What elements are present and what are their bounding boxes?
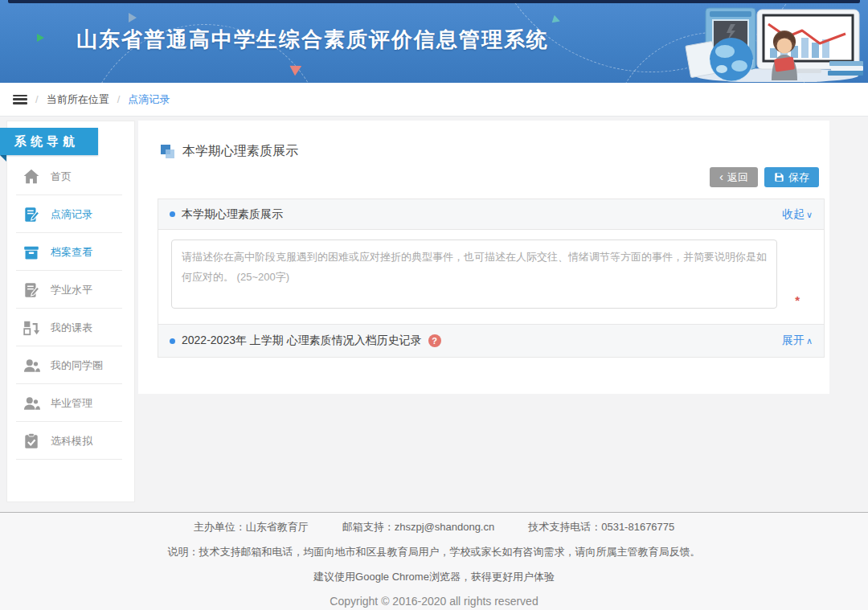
panel-title: 本学期心理素质展示 xyxy=(182,207,283,222)
breadcrumb-current[interactable]: 点滴记录 xyxy=(128,92,170,107)
sidebar-item-records[interactable]: 点滴记录 xyxy=(6,195,135,233)
breadcrumb-label: 当前所在位置 xyxy=(47,92,109,107)
home-icon xyxy=(23,168,40,186)
footer-copyright: Copyright © 2016-2020 all rights reserve… xyxy=(330,595,538,608)
sidebar-item-label: 学业水平 xyxy=(51,283,92,297)
sidebar-item-label: 首页 xyxy=(51,170,72,184)
breadcrumb-separator: / xyxy=(117,93,121,105)
footer-note: 说明：技术支持邮箱和电话，均面向地市和区县教育局用户，学校或家长如有咨询需求，请… xyxy=(168,545,701,559)
back-button-label: 返回 xyxy=(727,170,748,185)
sidebar-item-label: 我的课表 xyxy=(51,321,92,335)
footer-email: 邮箱支持：zhszpj@shandong.cn xyxy=(342,520,495,534)
chevron-down-icon: ∨ xyxy=(806,210,813,219)
sidebar-item-schedule[interactable]: 我的课表 xyxy=(6,309,135,346)
decor-arrow-icon xyxy=(129,13,137,23)
page-title: 本学期心理素质展示 xyxy=(182,143,298,160)
app-title: 山东省普通高中学生综合素质评价信息管理系统 xyxy=(76,26,549,54)
sidebar-item-academic[interactable]: 学业水平 xyxy=(6,271,135,309)
chevron-left-icon: ‹ xyxy=(719,170,723,182)
record-icon xyxy=(23,206,40,223)
sidebar-nav: 首页 点滴记录 档案查看 xyxy=(6,158,135,460)
footer-browser-tip: 建议使用Google Chrome浏览器，获得更好用户体验 xyxy=(313,570,555,584)
save-button[interactable]: 保存 xyxy=(764,167,819,187)
required-asterisk: * xyxy=(795,293,800,307)
header-illustration xyxy=(685,2,868,82)
academic-icon xyxy=(23,281,40,299)
menu-icon[interactable] xyxy=(13,95,27,104)
sidebar-item-label: 档案查看 xyxy=(51,245,92,260)
sidebar-item-label: 点滴记录 xyxy=(51,207,92,222)
decor-arrow-icon xyxy=(37,34,44,42)
footer-org: 主办单位：山东省教育厅 xyxy=(194,520,309,534)
save-icon xyxy=(774,172,784,182)
app-header: 山东省普通高中学生综合素质评价信息管理系统 xyxy=(0,0,868,83)
expand-link[interactable]: 展开∧ xyxy=(782,334,813,348)
help-icon[interactable]: ? xyxy=(428,334,441,347)
sidebar-item-subject-sim[interactable]: 选科模拟 xyxy=(6,422,135,460)
sidebar-item-archive[interactable]: 档案查看 xyxy=(6,233,135,271)
ribbon-fold xyxy=(0,155,6,162)
footer-phone: 技术支持电话：0531-81676775 xyxy=(528,520,674,534)
collapse-link[interactable]: 收起∨ xyxy=(782,207,813,222)
bullet-icon xyxy=(170,211,175,217)
top-strip xyxy=(8,0,860,3)
footer-line-contacts: 主办单位：山东省教育厅 邮箱支持：zhszpj@shandong.cn 技术支持… xyxy=(194,520,675,534)
history-panel: 2022-2023年 上学期 心理素质情况入档历史记录 ? 展开∧ xyxy=(158,324,825,358)
sidebar-title: 系统导航 xyxy=(0,128,98,155)
archive-icon xyxy=(23,244,40,261)
classmates-icon xyxy=(23,357,40,375)
psych-description-textarea[interactable] xyxy=(171,239,777,309)
graduation-icon xyxy=(23,395,40,412)
breadcrumb-separator: / xyxy=(35,93,39,105)
save-button-label: 保存 xyxy=(788,170,809,185)
sidebar-item-home[interactable]: 首页 xyxy=(6,158,135,195)
panel-body: * xyxy=(158,230,824,330)
breadcrumb: / 当前所在位置 / 点滴记录 xyxy=(0,83,868,117)
schedule-icon xyxy=(23,319,40,337)
panel-header: 2022-2023年 上学期 心理素质情况入档历史记录 ? 展开∧ xyxy=(158,325,824,357)
psych-display-panel: 本学期心理素质展示 收起∨ * xyxy=(158,199,825,330)
sidebar-item-label: 选科模拟 xyxy=(51,434,92,448)
sidebar-item-classmates[interactable]: 我的同学圈 xyxy=(6,346,135,384)
main-content: 本学期心理素质展示 ‹ 返回 保存 本学期心理素质展示 xyxy=(138,121,829,394)
sidebar-item-label: 毕业管理 xyxy=(51,396,92,411)
sidebar-item-label: 我的同学圈 xyxy=(51,358,103,373)
footer: 主办单位：山东省教育厅 邮箱支持：zhszpj@shandong.cn 技术支持… xyxy=(0,512,868,610)
bullet-icon xyxy=(170,338,175,344)
page-title-icon xyxy=(161,145,174,158)
chevron-up-icon: ∧ xyxy=(806,336,813,346)
sidebar-item-graduation[interactable]: 毕业管理 xyxy=(6,384,135,422)
back-button[interactable]: ‹ 返回 xyxy=(710,167,758,187)
subject-icon xyxy=(23,432,40,450)
panel-title: 2022-2023年 上学期 心理素质情况入档历史记录 xyxy=(182,334,422,348)
page: 山东省普通高中学生综合素质评价信息管理系统 xyxy=(0,0,868,610)
panel-header: 本学期心理素质展示 收起∨ xyxy=(158,199,824,230)
